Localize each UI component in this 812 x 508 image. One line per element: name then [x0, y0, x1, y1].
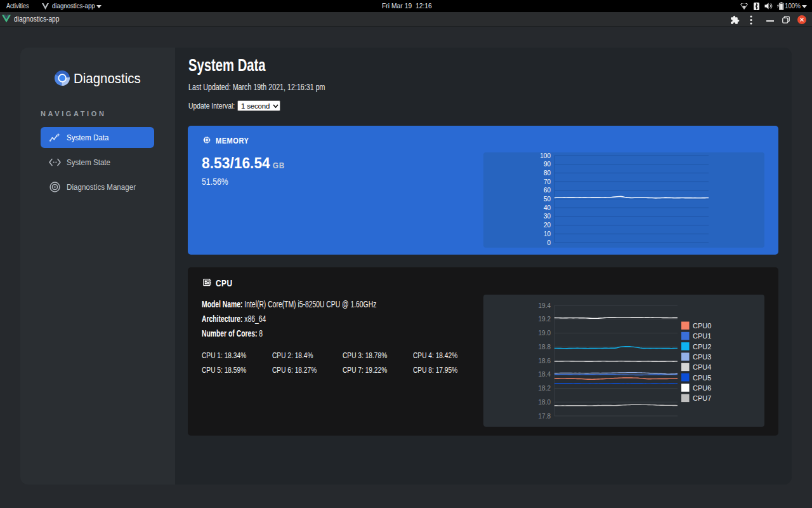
- svg-text:CPU2: CPU2: [693, 343, 711, 351]
- svg-text:80: 80: [544, 170, 551, 177]
- svg-text:18.2: 18.2: [539, 385, 551, 392]
- svg-text:CPU4: CPU4: [693, 363, 711, 371]
- svg-text:70: 70: [544, 178, 551, 185]
- svg-text:0: 0: [547, 239, 551, 246]
- svg-text:CPU6: CPU6: [693, 384, 711, 392]
- svg-text:CPU7: CPU7: [693, 394, 711, 402]
- svg-text:30: 30: [544, 213, 551, 220]
- svg-text:60: 60: [544, 187, 551, 194]
- svg-text:CPU3: CPU3: [693, 353, 711, 361]
- svg-text:50: 50: [544, 196, 551, 203]
- svg-text:10: 10: [544, 231, 551, 237]
- svg-text:CPU0: CPU0: [693, 322, 711, 330]
- svg-text:40: 40: [544, 204, 551, 211]
- svg-text:18.4: 18.4: [539, 371, 551, 378]
- svg-text:18.8: 18.8: [539, 344, 551, 351]
- svg-text:19.2: 19.2: [539, 316, 551, 323]
- svg-text:19.0: 19.0: [539, 330, 551, 337]
- svg-text:18.6: 18.6: [539, 358, 551, 364]
- svg-text:100: 100: [540, 152, 551, 159]
- svg-text:19.4: 19.4: [539, 302, 551, 309]
- svg-text:18.0: 18.0: [539, 399, 551, 406]
- svg-text:CPU1: CPU1: [693, 332, 711, 340]
- svg-text:17.8: 17.8: [539, 413, 551, 420]
- svg-text:CPU5: CPU5: [693, 374, 711, 382]
- svg-text:90: 90: [544, 161, 551, 168]
- svg-text:20: 20: [544, 222, 551, 229]
